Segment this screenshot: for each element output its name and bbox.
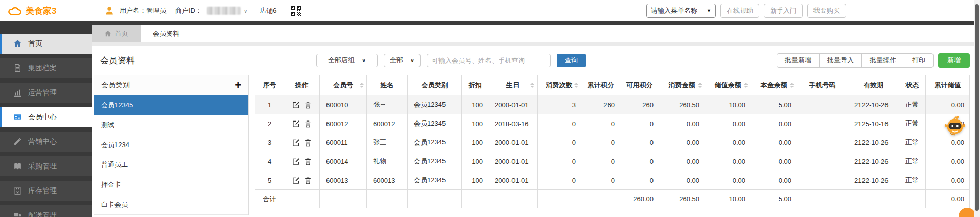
sort-icon[interactable] xyxy=(574,83,578,88)
menu-search-select[interactable]: 请输入菜单名称 ▼ xyxy=(646,4,716,18)
sort-icon[interactable] xyxy=(530,83,534,88)
tab-bar: 首页 会员资料 xyxy=(92,25,974,42)
sidebar-item[interactable]: 会员中心 xyxy=(0,107,92,127)
table-cell: 0.00 xyxy=(705,133,751,152)
table-cell: 10.00 xyxy=(705,95,751,114)
category-list-item[interactable]: 会员1234 xyxy=(94,135,248,155)
column-header[interactable]: 会员号 xyxy=(320,75,367,95)
sort-icon[interactable] xyxy=(744,83,748,88)
edit-icon[interactable] xyxy=(292,120,300,128)
table-cell: 正常 xyxy=(899,133,926,152)
assistant-mascot-icon[interactable] xyxy=(943,114,967,138)
sidebar-item[interactable]: 库存管理 xyxy=(0,181,92,201)
tab-home[interactable]: 首页 xyxy=(92,25,141,42)
edit-icon[interactable] xyxy=(292,158,300,165)
column-header[interactable]: 消费次数 xyxy=(538,75,581,95)
sidebar-item[interactable]: 运营管理 xyxy=(0,83,92,103)
column-header: 有效期 xyxy=(848,75,899,95)
edit-icon[interactable] xyxy=(292,101,300,109)
table-footer-cell xyxy=(367,190,408,208)
table-cell: 正常 xyxy=(899,171,926,190)
delete-icon[interactable] xyxy=(304,101,312,109)
table-cell: 0.00 xyxy=(926,95,970,114)
edit-icon[interactable] xyxy=(292,139,300,147)
table-cell xyxy=(284,152,320,171)
search-button[interactable]: 查询 xyxy=(557,54,586,67)
column-header-label: 本金余额 xyxy=(761,81,787,89)
table-cell xyxy=(797,133,848,152)
member-table-region: 序号操作会员号姓名会员类别折扣生日消费次数累计积分可用积分消费金额储值余额本金余… xyxy=(255,75,970,208)
sidebar-item-label: 首页 xyxy=(28,39,42,49)
sort-icon[interactable] xyxy=(698,83,702,88)
table-cell: 0 xyxy=(581,114,620,133)
category-list-item[interactable]: 测试 xyxy=(94,115,248,135)
delete-icon[interactable] xyxy=(304,120,312,128)
delete-icon[interactable] xyxy=(304,177,312,184)
qr-code-icon[interactable] xyxy=(290,5,301,16)
sort-icon[interactable] xyxy=(790,83,794,88)
table-cell: 2122-10-26 xyxy=(848,95,899,114)
table-cell: 600012 xyxy=(367,114,408,133)
table-footer-cell xyxy=(797,190,848,208)
cloud-logo-icon xyxy=(7,6,22,16)
table-cell xyxy=(797,95,848,114)
table-cell: 260.50 xyxy=(659,95,705,114)
table-cell: 2018-03-16 xyxy=(488,114,538,133)
edit-icon[interactable] xyxy=(292,177,300,184)
table-cell: 3 xyxy=(255,133,284,152)
sidebar-menu: 首页集团档案运营管理会员中心营销中心采购管理库存管理配送管理 xyxy=(0,34,92,217)
batch-action-button[interactable]: 批量导入 xyxy=(819,53,862,68)
username-label: 用户名：管理员 xyxy=(120,6,166,15)
store-label: 店铺6 xyxy=(260,6,276,15)
table-footer-cell: 260.50 xyxy=(659,190,705,208)
add-category-button[interactable]: + xyxy=(235,80,241,90)
category-list-item[interactable]: 白卡会员 xyxy=(94,195,248,215)
sort-icon[interactable] xyxy=(360,83,364,88)
column-header[interactable]: 本金余额 xyxy=(751,75,797,95)
filter-select[interactable]: 全部 ∨ xyxy=(384,54,421,67)
batch-action-button[interactable]: 批量新增 xyxy=(777,53,820,68)
table-cell: 会员12345 xyxy=(408,152,462,171)
category-list-item[interactable]: 押金卡 xyxy=(94,175,248,195)
table-footer-cell xyxy=(320,190,367,208)
topbar-help-button[interactable]: 我要购买 xyxy=(807,4,846,18)
chevron-down-icon[interactable]: ∨ xyxy=(244,8,247,14)
category-list-item[interactable]: 会员12345 xyxy=(94,95,248,115)
top-bar: 美食家3 用户名：管理员 商户ID： ∨ 店铺6 请输入菜单名称 ▼ xyxy=(0,0,974,21)
topbar-help-button[interactable]: 新手入门 xyxy=(764,4,803,18)
table-cell: 张三 xyxy=(367,133,408,152)
column-header: 状态 xyxy=(899,75,926,95)
batch-action-button[interactable]: 打印 xyxy=(904,53,934,68)
sidebar-item[interactable]: 营销中心 xyxy=(0,132,92,152)
scrollbar-thumb[interactable] xyxy=(975,4,979,211)
divider xyxy=(92,42,974,46)
sidebar-item[interactable]: 采购管理 xyxy=(0,156,92,176)
member-search-input[interactable] xyxy=(427,54,551,67)
action-buttons: 批量新增批量导入批量操作打印 新增 xyxy=(777,53,970,68)
sidebar-item[interactable]: 集团档案 xyxy=(0,58,92,78)
idcard-icon xyxy=(13,113,22,122)
batch-action-button[interactable]: 批量操作 xyxy=(861,53,904,68)
sidebar-item[interactable]: 首页 xyxy=(0,34,92,54)
tab-member-profile[interactable]: 会员资料 xyxy=(141,25,192,42)
delete-icon[interactable] xyxy=(304,139,312,147)
column-header[interactable]: 生日 xyxy=(488,75,538,95)
sidebar-item[interactable]: 配送管理 xyxy=(0,205,92,217)
store-group-select[interactable]: 全部店组 ∨ xyxy=(316,54,378,67)
column-header[interactable]: 储值余额 xyxy=(705,75,751,95)
table-cell: 600013 xyxy=(320,171,367,190)
table-cell: 0.00 xyxy=(659,114,705,133)
table-cell: 0.00 xyxy=(751,171,797,190)
column-header: 会员类别 xyxy=(408,75,462,95)
column-header[interactable]: 消费金额 xyxy=(659,75,705,95)
category-list: 会员12345测试会员1234普通员工押金卡白卡会员 xyxy=(94,95,248,215)
column-header: 操作 xyxy=(284,75,320,95)
category-list-item[interactable]: 普通员工 xyxy=(94,155,248,175)
delete-icon[interactable] xyxy=(304,158,312,165)
column-header-label: 累计储值 xyxy=(935,81,961,89)
member-category-panel: 会员类别 + 会员12345测试会员1234普通员工押金卡白卡会员 xyxy=(94,75,249,215)
app-window: 美食家3 用户名：管理员 商户ID： ∨ 店铺6 请输入菜单名称 ▼ xyxy=(0,0,980,217)
topbar-help-button[interactable]: 在线帮助 xyxy=(720,4,759,18)
table-cell: 100 xyxy=(462,152,488,171)
add-member-button[interactable]: 新增 xyxy=(938,53,970,68)
